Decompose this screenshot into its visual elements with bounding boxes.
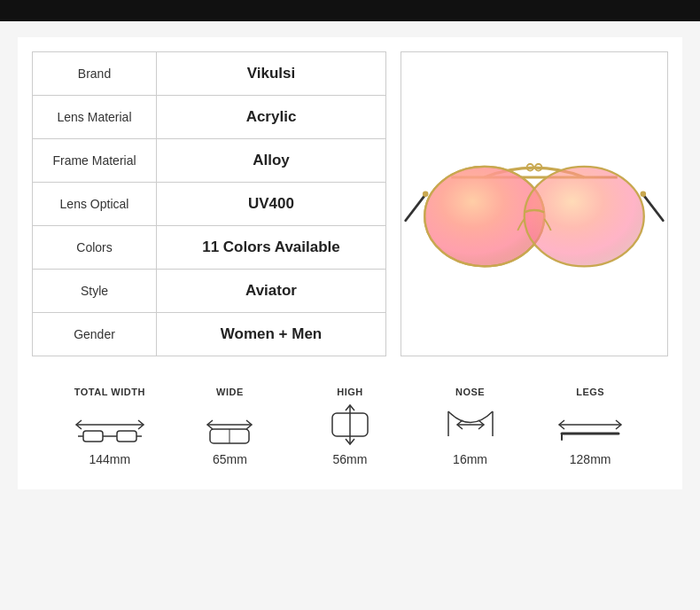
measurement-label-4: LEGS [576,387,604,397]
svg-rect-11 [83,431,103,442]
page-header [0,0,700,21]
sunglasses-image [401,115,667,293]
table-row: Colors 11 Colors Available [33,226,386,270]
measurement-value-0: 144mm [89,452,130,466]
table-label-6: Gender [33,313,157,356]
svg-point-9 [641,191,647,197]
table-value-4: 11 Colors Available [157,226,386,270]
table-value-3: UV400 [157,183,386,226]
measurement-value-3: 16mm [453,452,487,466]
table-row: Frame Material Alloy [33,139,386,183]
main-content: Brand Vikulsi Lens Material Acrylic Fram… [18,37,682,489]
measurement-value-4: 128mm [570,452,611,466]
table-value-6: Women + Men [157,313,386,356]
table-label-2: Frame Material [33,139,157,183]
measurement-icon-high [315,403,385,447]
measurement-value-2: 56mm [333,452,368,466]
measurement-label-0: TOTAL WIDTH [74,387,145,397]
table-row: Lens Optical UV400 [33,183,386,226]
table-value-1: Acrylic [157,96,386,139]
measurement-value-1: 65mm [213,452,247,466]
table-label-4: Colors [33,226,157,270]
svg-point-8 [423,191,429,197]
measurement-total-width: TOTAL WIDTH 144mm [74,387,145,466]
table-row: Gender Women + Men [33,313,386,356]
svg-line-6 [406,196,425,221]
measurement-high: HIGH 56mm [315,387,385,466]
svg-line-7 [644,196,664,221]
top-section: Brand Vikulsi Lens Material Acrylic Fram… [32,51,668,356]
table-row: Style Aviator [33,270,386,313]
measurement-label-1: WIDE [216,387,244,397]
svg-point-5 [525,167,644,267]
measurement-icon-legs [555,403,626,447]
table-row: Brand Vikulsi [33,52,386,96]
measurement-wide: WIDE 65mm [194,387,265,466]
table-row: Lens Material Acrylic [33,96,386,139]
measurement-icon-total-width [74,403,145,447]
measurements-section: TOTAL WIDTH 144mm WIDE 65mm HI [32,378,668,475]
measurement-legs: LEGS 128mm [555,387,626,466]
table-value-2: Alloy [157,139,386,183]
measurement-label-3: NOSE [455,387,485,397]
info-table: Brand Vikulsi Lens Material Acrylic Fram… [32,51,386,356]
table-label-1: Lens Material [33,96,157,139]
table-label-0: Brand [33,52,157,96]
table-value-0: Vikulsi [157,52,386,96]
product-image-container [401,51,668,356]
table-label-5: Style [33,270,157,313]
table-value-5: Aviator [157,270,386,313]
svg-rect-12 [117,431,136,442]
measurement-label-2: HIGH [337,387,363,397]
measurement-icon-wide [194,403,265,447]
measurement-icon-nose [435,403,506,447]
measurement-nose: NOSE 16mm [435,387,506,466]
table-label-3: Lens Optical [33,183,157,226]
